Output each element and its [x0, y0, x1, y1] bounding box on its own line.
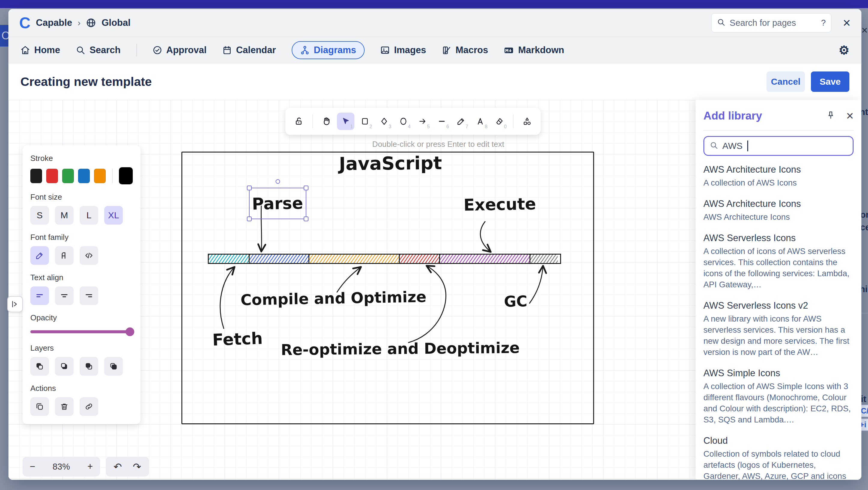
- library-results-list[interactable]: AWS Architecture Icons A collection of A…: [704, 164, 854, 480]
- diagram-title-text[interactable]: JavaScript: [339, 153, 442, 174]
- redo-button[interactable]: ↷: [133, 461, 141, 472]
- bar-segment-gc[interactable]: [530, 255, 558, 263]
- resize-handle-ne[interactable]: [304, 186, 308, 190]
- stroke-swatch-red[interactable]: [46, 169, 58, 183]
- rectangle-tool[interactable]: 2: [356, 112, 374, 130]
- hand-tool[interactable]: [318, 112, 335, 130]
- library-search-input[interactable]: AWS: [704, 136, 854, 156]
- breadcrumb-space[interactable]: Global: [101, 18, 130, 28]
- nav-item-approval[interactable]: Approval: [153, 45, 207, 56]
- search-pages-box[interactable]: Search for pages ?: [711, 13, 831, 32]
- send-to-back-button[interactable]: [55, 357, 73, 375]
- zoom-out-button[interactable]: −: [30, 461, 35, 472]
- library-item[interactable]: Cloud Collection of symbols related to c…: [704, 435, 854, 480]
- capable-logo: C: [19, 14, 30, 32]
- bar-segment-execute[interactable]: [440, 255, 530, 263]
- send-backward-button[interactable]: [30, 357, 49, 375]
- modal-close-icon[interactable]: ×: [843, 16, 850, 29]
- pin-icon[interactable]: [826, 111, 835, 121]
- ellipse-tool[interactable]: 4: [395, 112, 412, 130]
- zoom-level[interactable]: 83%: [53, 462, 70, 472]
- shapes-tool[interactable]: [518, 112, 536, 130]
- diagram-fetch-text[interactable]: Fetch: [212, 329, 263, 350]
- delete-button[interactable]: [55, 397, 73, 416]
- add-library-panel: Add library × AWS AWS Architecture Icons: [695, 100, 861, 480]
- diagram-gc-text[interactable]: GC: [504, 292, 527, 310]
- check-circle-icon: [153, 45, 162, 55]
- diagram-rectangle[interactable]: [181, 152, 594, 424]
- current-stroke-swatch[interactable]: [119, 167, 133, 184]
- library-close-icon[interactable]: ×: [846, 109, 854, 122]
- selection-tool[interactable]: 1: [337, 112, 354, 130]
- diagram-execute-text[interactable]: Execute: [463, 194, 536, 215]
- bar-segment-parse[interactable]: [250, 255, 309, 263]
- breadcrumb-app[interactable]: Capable: [36, 18, 72, 28]
- toolbar-divider: [312, 115, 313, 128]
- font-size-l-button[interactable]: L: [80, 206, 98, 225]
- browser-topbar: [0, 0, 868, 8]
- line-tool[interactable]: 6: [433, 112, 451, 130]
- sidebar-toggle-button[interactable]: [7, 296, 23, 312]
- save-button[interactable]: Save: [811, 71, 849, 92]
- font-size-s-button[interactable]: S: [30, 206, 49, 225]
- font-size-m-button[interactable]: M: [55, 206, 73, 225]
- bring-forward-button[interactable]: [80, 357, 98, 375]
- diamond-tool[interactable]: 3: [375, 112, 393, 130]
- arrow-tool[interactable]: 5: [414, 112, 431, 130]
- library-panel-title: Add library: [704, 109, 815, 122]
- stroke-swatch-orange[interactable]: [94, 169, 106, 183]
- opacity-slider[interactable]: [30, 330, 132, 333]
- rotate-handle[interactable]: [275, 179, 280, 184]
- pipeline-bar[interactable]: [208, 254, 561, 264]
- bar-segment-compile[interactable]: [309, 255, 400, 263]
- nav-item-images[interactable]: Images: [380, 45, 426, 56]
- library-item[interactable]: AWS Architecture Icons AWS Architecture …: [704, 198, 854, 223]
- macros-icon: [442, 45, 452, 55]
- undo-button[interactable]: ↶: [114, 461, 122, 472]
- align-center-button[interactable]: [55, 287, 73, 305]
- bar-segment-reoptimize[interactable]: [400, 255, 440, 263]
- branch-icon: [300, 45, 310, 55]
- background-sidebar-tile: O: [0, 25, 8, 46]
- draw-tool[interactable]: 7: [452, 112, 470, 130]
- nav-divider: [136, 44, 137, 57]
- resize-handle-sw[interactable]: [247, 217, 252, 221]
- selection-box[interactable]: [249, 188, 306, 219]
- nav-item-calendar[interactable]: Calendar: [222, 45, 276, 56]
- lock-tool[interactable]: [290, 112, 308, 130]
- diagram-canvas[interactable]: Double-click or press Enter to edit text…: [8, 100, 861, 480]
- cancel-button[interactable]: Cancel: [767, 71, 805, 92]
- library-item[interactable]: AWS Simple Icons A collection of AWS Sim…: [704, 368, 854, 425]
- nav-item-markdown[interactable]: Markdown: [504, 45, 564, 56]
- font-code-button[interactable]: [80, 246, 98, 265]
- zoom-in-button[interactable]: +: [87, 461, 93, 472]
- duplicate-button[interactable]: [30, 397, 49, 416]
- stroke-swatch-blue[interactable]: [78, 169, 90, 183]
- library-item[interactable]: AWS Serverless Icons A collection of ico…: [704, 233, 854, 290]
- nav-item-diagrams[interactable]: Diagrams: [292, 41, 365, 59]
- bring-to-front-button[interactable]: [104, 357, 123, 375]
- font-hand-drawn-button[interactable]: [30, 246, 49, 265]
- library-item[interactable]: AWS Serverless Icons v2 A new library wi…: [704, 300, 854, 358]
- nav-item-search[interactable]: Search: [76, 45, 120, 56]
- diagram-reoptimize-text[interactable]: Re-optimize and Deoptimize: [281, 339, 520, 359]
- font-size-xl-button[interactable]: XL: [104, 206, 123, 225]
- link-button[interactable]: [80, 397, 98, 416]
- stroke-swatch-green[interactable]: [62, 169, 74, 183]
- resize-handle-nw[interactable]: [247, 186, 252, 190]
- align-right-button[interactable]: [80, 287, 98, 305]
- bar-segment-fetch[interactable]: [209, 255, 250, 263]
- modal-nav: Home Search Approval Calendar Diagrams: [8, 37, 861, 63]
- nav-item-macros[interactable]: Macros: [442, 45, 488, 56]
- eraser-tool[interactable]: 0: [491, 112, 508, 130]
- opacity-slider-knob[interactable]: [126, 328, 134, 336]
- align-left-button[interactable]: [30, 287, 49, 305]
- settings-gear-icon[interactable]: ⚙: [839, 43, 849, 57]
- resize-handle-se[interactable]: [304, 217, 308, 221]
- stroke-swatch-black[interactable]: [30, 169, 42, 183]
- text-tool[interactable]: 8: [471, 112, 489, 130]
- diagram-compile-text[interactable]: Compile and Optimize: [241, 288, 427, 309]
- library-item[interactable]: AWS Architecture Icons A collection of A…: [704, 164, 854, 188]
- font-normal-button[interactable]: [55, 246, 73, 265]
- nav-item-home[interactable]: Home: [21, 45, 60, 56]
